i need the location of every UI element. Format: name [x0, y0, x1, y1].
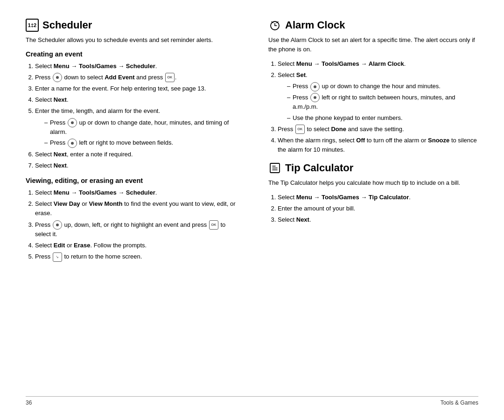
end-button: ↘: [53, 252, 62, 262]
footer-section: Tools & Games: [441, 399, 478, 406]
tip-icon: [268, 161, 281, 175]
creating-step-7: Select Next.: [35, 161, 236, 170]
nav-button-2: [68, 118, 77, 127]
tip-step-2: Enter the amount of your bill.: [278, 204, 478, 213]
alarm-step-1: Select Menu → Tools/Games → Alarm Clock.: [278, 59, 478, 69]
tip-title: Tip Calculator: [285, 162, 353, 174]
ok-button: OK: [165, 73, 175, 82]
page: 1‡2 Scheduler The Scheduler allows you t…: [0, 0, 504, 420]
left-column: 1‡2 Scheduler The Scheduler allows you t…: [26, 19, 245, 396]
alarm-step2-bullet-2: Press left or right to switch between ho…: [287, 93, 478, 112]
ok-button-2: OK: [209, 220, 218, 230]
viewing-step-2: Select View Day or View Month to find th…: [35, 199, 236, 218]
right-column: Alarm Clock Use the Alarm Clock to set a…: [264, 19, 478, 396]
viewing-step-3: Press up, down, left, or right to highli…: [35, 220, 236, 239]
tip-step-1: Select Menu → Tools/Games → Tip Calculat…: [278, 193, 478, 202]
alarm-title: Alarm Clock: [285, 19, 345, 31]
ok-button-3: OK: [295, 125, 305, 134]
creating-step-2: Press down to select Add Event and press…: [35, 73, 236, 83]
viewing-step-5: Press ↘ to return to the home screen.: [35, 252, 236, 262]
nav-button-4: [53, 220, 62, 230]
viewing-step-1: Select Menu → Tools/Games → Scheduler.: [35, 188, 236, 197]
viewing-step-4: Select Edit or Erase. Follow the prompts…: [35, 241, 236, 250]
scheduler-intro: The Scheduler allows you to schedule eve…: [26, 35, 236, 45]
content-area: 1‡2 Scheduler The Scheduler allows you t…: [26, 19, 478, 396]
creating-heading: Creating an event: [26, 50, 236, 58]
scheduler-icon: 1‡2: [26, 19, 39, 32]
alarm-heading: Alarm Clock: [268, 19, 478, 32]
viewing-heading: Viewing, editing, or erasing an event: [26, 177, 236, 184]
nav-button-3: [68, 139, 77, 148]
tip-steps-list: Select Menu → Tools/Games → Tip Calculat…: [268, 193, 478, 224]
alarm-step2-bullet-1: Press up or down to change the hour and …: [287, 82, 478, 91]
nav-button-5: [310, 82, 320, 91]
creating-step5-bullet-2: Press left or right to move between fiel…: [44, 138, 236, 148]
page-number: 36: [26, 399, 32, 406]
alarm-icon: [268, 19, 281, 32]
creating-step5-bullets: Press up or down to change date, hour, m…: [35, 118, 236, 148]
alarm-step-3: Press OK to select Done and save the set…: [278, 125, 478, 134]
creating-step-3: Enter a name for the event. For help ent…: [35, 84, 236, 93]
alarm-step-2: Select Set. Press up or down to change t…: [278, 70, 478, 123]
nav-button-6: [310, 93, 320, 102]
scheduler-title: Scheduler: [42, 19, 92, 31]
alarm-step2-bullet-3: Use the phone keypad to enter numbers.: [287, 113, 478, 123]
creating-steps-list: Select Menu → Tools/Games → Scheduler. P…: [26, 62, 236, 171]
creating-step-5: Enter the time, length, and alarm for th…: [35, 106, 236, 147]
alarm-steps-list: Select Menu → Tools/Games → Alarm Clock.…: [268, 59, 478, 155]
viewing-steps-list: Select Menu → Tools/Games → Scheduler. S…: [26, 188, 236, 262]
creating-step-6: Select Next, enter a note if required.: [35, 150, 236, 159]
tip-intro: The Tip Calculator helps you calculate h…: [268, 178, 478, 188]
tip-step-3: Select Next.: [278, 215, 478, 224]
alarm-step2-bullets: Press up or down to change the hour and …: [278, 82, 478, 122]
footer: 36 Tools & Games: [26, 396, 478, 406]
creating-step-4: Select Next.: [35, 95, 236, 105]
nav-button: [53, 73, 62, 82]
tip-heading: Tip Calculator: [268, 161, 478, 175]
creating-step5-bullet-1: Press up or down to change date, hour, m…: [44, 118, 236, 137]
creating-step-1: Select Menu → Tools/Games → Scheduler.: [35, 62, 236, 71]
scheduler-heading: 1‡2 Scheduler: [26, 19, 236, 32]
alarm-intro: Use the Alarm Clock to set an alert for …: [268, 35, 478, 54]
alarm-step-4: When the alarm rings, select Off to turn…: [278, 136, 478, 154]
